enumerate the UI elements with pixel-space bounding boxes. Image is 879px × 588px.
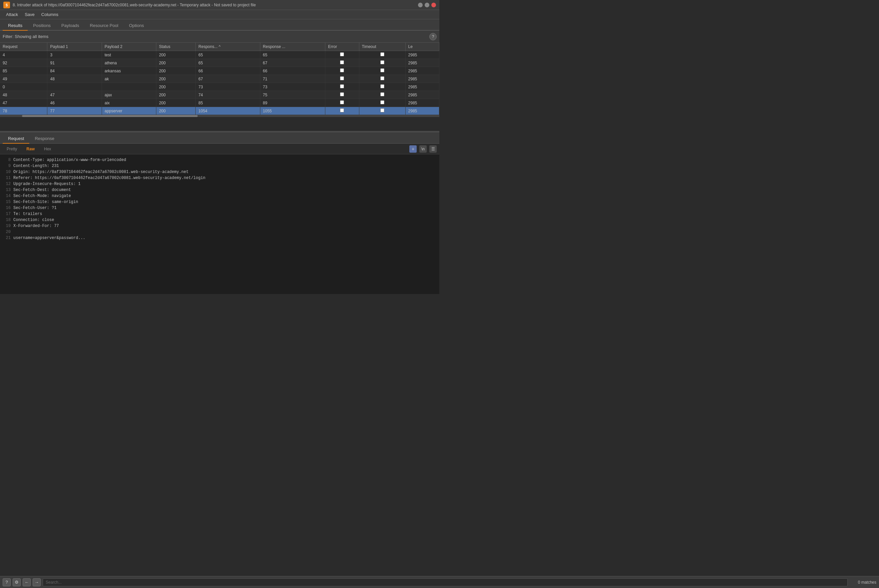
error-checkbox[interactable] [340, 68, 344, 72]
code-line: 17Te: trailers [4, 211, 435, 217]
filter-text: Filter: Showing all items [3, 34, 48, 39]
error-checkbox[interactable] [340, 100, 344, 104]
code-line: 14Sec-Fetch-Mode: navigate [4, 193, 435, 199]
timeout-checkbox[interactable] [380, 60, 384, 64]
col-request[interactable]: Request [0, 43, 47, 51]
line-number: 15 [4, 199, 10, 205]
col-le[interactable]: Le [405, 43, 439, 51]
tab-request[interactable]: Request [3, 134, 29, 144]
menu-attack[interactable]: Attack [3, 11, 21, 18]
timeout-checkbox[interactable] [380, 52, 384, 56]
menu-bar: Attack Save Columns [0, 10, 440, 20]
code-line: 20 [4, 229, 435, 235]
sub-tab-icons: ≡ \n ☰ [410, 146, 436, 153]
table-cell: 49 [0, 75, 47, 83]
col-payload1[interactable]: Payload 1 [47, 43, 102, 51]
table-row[interactable]: 7877appserver200105410552985 [0, 107, 440, 115]
table-row[interactable]: 4847ajax20074752985 [0, 91, 440, 99]
timeout-checkbox[interactable] [380, 84, 384, 88]
minimize-button[interactable] [418, 3, 423, 8]
timeout-checkbox[interactable] [380, 100, 384, 104]
error-cell [326, 67, 359, 75]
line-number: 11 [4, 175, 10, 181]
col-error[interactable]: Error [326, 43, 359, 51]
line-content: Sec-Fetch-Dest: document [14, 187, 71, 193]
col-status[interactable]: Status [156, 43, 195, 51]
table-row[interactable]: 8584arkansas20066662985 [0, 67, 440, 75]
table-cell: 200 [156, 75, 195, 83]
tab-resource-pool[interactable]: Resource Pool [85, 21, 124, 31]
tab-response[interactable]: Response [29, 134, 60, 144]
le-cell: 2985 [405, 75, 439, 83]
line-content: Sec-Fetch-Site: same-origin [14, 199, 78, 205]
timeout-cell [359, 107, 405, 115]
table-cell: 92 [0, 59, 47, 67]
table-body: 43test200656529859291athena2006567298585… [0, 51, 440, 115]
timeout-checkbox[interactable] [380, 92, 384, 96]
col-timeout[interactable]: Timeout [359, 43, 405, 51]
list-icon[interactable]: ☰ [429, 146, 436, 153]
line-number: 8 [4, 157, 10, 163]
tab-payloads[interactable]: Payloads [56, 21, 84, 31]
code-line: 16Sec-Fetch-User: ?1 [4, 205, 435, 211]
table-row[interactable]: 020073732985 [0, 83, 440, 91]
title-bar: $ 8. Intruder attack of https://0af30071… [0, 0, 440, 10]
table-cell: 66 [196, 67, 260, 75]
table-row[interactable]: 43test20065652985 [0, 51, 440, 59]
col-payload2[interactable]: Payload 2 [102, 43, 156, 51]
table-cell: 48 [0, 91, 47, 99]
line-content: Content-Type: application/x-www-form-url… [14, 157, 126, 163]
line-number: 17 [4, 211, 10, 217]
table-cell: 200 [156, 91, 195, 99]
tab-options[interactable]: Options [124, 21, 149, 31]
code-line: 15Sec-Fetch-Site: same-origin [4, 199, 435, 205]
results-table: Request Payload 1 Payload 2 Status Respo… [0, 43, 440, 115]
table-cell: 1054 [196, 107, 260, 115]
table-cell: 91 [47, 59, 102, 67]
tab-positions[interactable]: Positions [28, 21, 56, 31]
request-response-tab-bar: Request Response [0, 132, 440, 144]
col-response2[interactable]: Response ... [260, 43, 326, 51]
line-number: 12 [4, 181, 10, 187]
timeout-cell [359, 51, 405, 59]
wrap-lines-icon[interactable]: ≡ [410, 146, 417, 153]
table-row[interactable]: 9291athena20065672985 [0, 59, 440, 67]
error-checkbox[interactable] [340, 108, 344, 112]
window-title: 8. Intruder attack of https://0af3007104… [13, 3, 256, 8]
table-row[interactable]: 4948ak20067712985 [0, 75, 440, 83]
error-checkbox[interactable] [340, 84, 344, 88]
timeout-checkbox[interactable] [380, 76, 384, 80]
tab-results[interactable]: Results [3, 21, 28, 31]
menu-columns[interactable]: Columns [38, 11, 62, 18]
line-content: Sec-Fetch-User: ?1 [14, 205, 57, 211]
error-checkbox[interactable] [340, 60, 344, 64]
col-response1[interactable]: Respons... ^ [196, 43, 260, 51]
table-cell: 200 [156, 107, 195, 115]
timeout-checkbox[interactable] [380, 108, 384, 112]
line-number: 20 [4, 229, 10, 235]
error-cell [326, 75, 359, 83]
subtab-hex[interactable]: Hex [40, 146, 55, 152]
timeout-checkbox[interactable] [380, 68, 384, 72]
code-line: 8Content-Type: application/x-www-form-ur… [4, 157, 435, 163]
newline-icon[interactable]: \n [419, 146, 427, 153]
menu-save[interactable]: Save [21, 11, 38, 18]
table-cell: test [102, 51, 156, 59]
subtab-pretty[interactable]: Pretty [3, 146, 21, 152]
error-checkbox[interactable] [340, 92, 344, 96]
table-cell: 67 [196, 75, 260, 83]
close-button[interactable] [431, 3, 436, 8]
table-cell: 200 [156, 59, 195, 67]
filter-help-button[interactable]: ? [429, 33, 436, 40]
line-content: Upgrade-Insecure-Requests: 1 [14, 181, 81, 187]
subtab-raw[interactable]: Raw [22, 146, 39, 152]
line-number: 9 [4, 163, 10, 169]
table-cell: 65 [196, 51, 260, 59]
code-line: 12Upgrade-Insecure-Requests: 1 [4, 181, 435, 187]
table-cell: 65 [260, 51, 326, 59]
error-checkbox[interactable] [340, 52, 344, 56]
maximize-button[interactable] [424, 3, 429, 8]
table-row[interactable]: 4746aix20085892985 [0, 99, 440, 107]
table-cell: 67 [260, 59, 326, 67]
error-checkbox[interactable] [340, 76, 344, 80]
